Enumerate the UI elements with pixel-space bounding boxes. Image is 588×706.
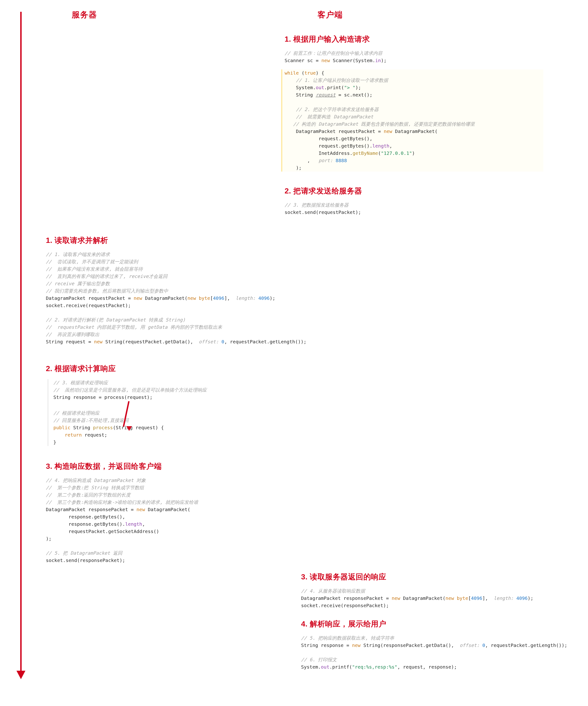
client-step-3-code: // 4. 从服务器读取响应数据 DatagramPacket response… [301,587,572,609]
client-step-2-title: 2. 把请求发送给服务器 [285,186,543,196]
client-step-1-code-b: while (true) { // 1. 让客户端从控制台读取一个请求数据 Sy… [281,69,543,171]
client-step-3-title: 3. 读取服务器返回的响应 [301,572,572,582]
client-step-4-code-b: // 6. 打印报文 System.out.printf("req:%s,res… [301,656,572,671]
client-step-3: 3. 读取服务器返回的响应 // 4. 从服务器读取响应数据 DatagramP… [301,572,572,609]
client-column-header: 客户端 [318,9,343,20]
client-step-4: 4. 解析响应，展示给用户 // 5. 把响应的数据获取出来, 转成字符串 St… [301,619,572,671]
server-step-2-title: 2. 根据请求计算响应 [46,364,293,374]
server-step-3: 3. 构造响应数据，并返回给客户端 // 4. 把响应构造成 DatagramP… [46,461,293,564]
server-step-3-code-b: // 5. 把 DatagramPacket 返回 socket.send(re… [46,549,293,564]
server-column-header: 服务器 [72,9,97,20]
server-step-1: 1. 读取请求并解析 // 1. 读取客户端发来的请求 // 尝试读取, 并不是… [46,235,293,346]
server-step-3-code-a: // 4. 把响应构造成 DatagramPacket 对象 // 第一个参数:… [46,477,293,543]
client-step-2-code: // 3. 把数据报发送给服务器 socket.send(requestPack… [285,201,543,216]
server-step-2: 2. 根据请求计算响应 // 3. 根据请求处理响应 // 虽然咱们这里是个回显… [46,364,293,446]
server-step-1-code-b: // 2. 对请求进行解析(把 DatagramPacket 转换成 Strin… [46,316,293,346]
client-step-2: 2. 把请求发送给服务器 // 3. 把数据报发送给服务器 socket.sen… [285,186,543,216]
client-step-4-title: 4. 解析响应，展示给用户 [301,619,572,629]
client-step-4-code-a: // 5. 把响应的数据获取出来, 转成字符串 String response … [301,634,572,649]
server-step-2-code-b: // 根据请求处理响应 // 回显服务器:不用处理,直接返回 public St… [53,409,293,446]
server-step-2-code-a: // 3. 根据请求处理响应 // 虽然咱们这里是个回显服务器, 但是还是可以单… [53,379,293,401]
server-step-3-title: 3. 构造响应数据，并返回给客户端 [46,461,293,472]
server-step-1-title: 1. 读取请求并解析 [46,235,293,246]
client-step-1-title: 1. 根据用户输入构造请求 [285,34,543,44]
client-step-1-code-a: // 前置工作：让用户在控制台中输入请求内容 Scanner sc = new … [285,50,543,64]
server-step-1-code-a: // 1. 读取客户端发来的请求 // 尝试读取, 并不是调用了就一定能读到 /… [46,251,293,309]
client-step-1: 1. 根据用户输入构造请求 // 前置工作：让用户在控制台中输入请求内容 Sca… [285,34,543,171]
